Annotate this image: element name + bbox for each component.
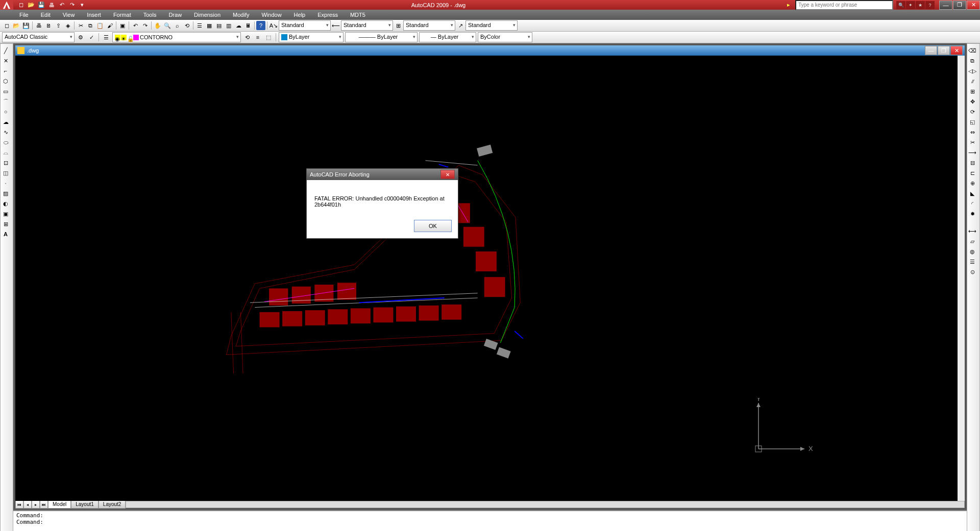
tab-last-icon[interactable]: ⏭	[40, 500, 48, 509]
layer-properties-icon[interactable]: ☰	[102, 33, 111, 42]
doc-restore-button[interactable]: ❐	[938, 46, 950, 55]
line-icon[interactable]: ╱	[1, 46, 10, 55]
extend-icon[interactable]: ⟶	[968, 148, 977, 157]
3ddwf-icon[interactable]: ◈	[63, 21, 72, 30]
layer-iso-icon[interactable]: ⬚	[264, 33, 273, 42]
move-icon[interactable]: ✥	[968, 97, 977, 106]
text-style-dropdown[interactable]: Standard	[279, 20, 331, 31]
zoom-realtime-icon[interactable]: 🔍	[163, 21, 172, 30]
table-style-dropdown[interactable]: Standard	[403, 20, 455, 31]
undo-icon[interactable]: ↶	[131, 21, 140, 30]
insert-block-icon[interactable]: ⊡	[1, 158, 10, 167]
command-line[interactable]: Command: Command:	[13, 510, 967, 531]
polyline-icon[interactable]: ⌐	[1, 66, 10, 75]
menu-view[interactable]: View	[57, 10, 81, 20]
trim-icon[interactable]: ✂	[968, 138, 977, 147]
help-icon[interactable]: ?	[256, 21, 265, 30]
tab-layout2[interactable]: Layout2	[99, 500, 126, 509]
search-icon[interactable]: 🔍	[896, 1, 905, 9]
text-style-icon[interactable]: A↘	[269, 21, 278, 30]
menu-express[interactable]: Express	[311, 10, 344, 20]
revision-cloud-icon[interactable]: ☁	[1, 117, 10, 127]
region-mass-icon[interactable]: ◍	[968, 247, 977, 256]
menu-tools[interactable]: Tools	[137, 10, 163, 20]
construction-line-icon[interactable]: ✕	[1, 56, 10, 65]
menu-edit[interactable]: Edit	[35, 10, 57, 20]
vertical-scrollbar[interactable]	[958, 56, 965, 501]
open-icon[interactable]: 📂	[27, 1, 36, 9]
qat-dropdown-icon[interactable]: ▾	[78, 1, 87, 9]
markup-icon[interactable]: ☁	[234, 21, 243, 30]
ellipse-arc-icon[interactable]: ⌓	[1, 148, 10, 157]
array-icon[interactable]: ⊞	[968, 87, 977, 96]
workspace-dropdown[interactable]: AutoCAD Classic	[2, 32, 75, 42]
gradient-icon[interactable]: ◐	[1, 199, 10, 208]
block-editor-icon[interactable]: ▣	[118, 21, 127, 30]
menu-file[interactable]: File	[13, 10, 35, 20]
paste-icon[interactable]: 📋	[95, 21, 105, 30]
tab-layout1[interactable]: Layout1	[71, 500, 99, 509]
dialog-ok-button[interactable]: OK	[414, 220, 452, 232]
chamfer-icon[interactable]: ◣	[968, 189, 977, 198]
circle-icon[interactable]: ○	[1, 107, 10, 116]
design-center-icon[interactable]: ▦	[205, 21, 214, 30]
menu-mdt5[interactable]: MDT5	[344, 10, 372, 20]
polygon-icon[interactable]: ⬡	[1, 77, 10, 86]
save-icon[interactable]: 💾	[37, 1, 46, 9]
tab-first-icon[interactable]: ⏮	[15, 500, 23, 509]
make-block-icon[interactable]: ◫	[1, 168, 10, 178]
layer-previous-icon[interactable]: ⟲	[242, 33, 252, 42]
menu-help[interactable]: Help	[288, 10, 312, 20]
new-icon[interactable]: ◻	[16, 1, 26, 9]
stretch-icon[interactable]: ⇔	[968, 128, 977, 137]
new-icon[interactable]: ◻	[2, 21, 11, 30]
erase-icon[interactable]: ⌫	[968, 46, 977, 55]
menu-window[interactable]: Window	[255, 10, 287, 20]
tab-model[interactable]: Model	[48, 500, 71, 509]
save-icon[interactable]: 💾	[21, 21, 31, 30]
app-logo[interactable]	[0, 0, 13, 10]
break-at-point-icon[interactable]: ⊟	[968, 158, 977, 167]
locate-point-icon[interactable]: ⊙	[968, 267, 977, 276]
layer-dropdown[interactable]: ◉ ☀ 🔓 CONTORNO	[112, 32, 241, 42]
doc-close-button[interactable]: ✕	[950, 46, 963, 55]
properties-icon[interactable]: ☰	[195, 21, 204, 30]
restore-button[interactable]: ❐	[953, 1, 966, 10]
list-icon[interactable]: ☰	[968, 257, 977, 266]
undo-icon[interactable]: ↶	[57, 1, 66, 9]
table-icon[interactable]: ⊞	[1, 219, 10, 229]
menu-insert[interactable]: Insert	[81, 10, 107, 20]
redo-icon[interactable]: ↷	[140, 21, 150, 30]
distance-icon[interactable]: ⟷	[968, 226, 977, 236]
join-icon[interactable]: ⊕	[968, 179, 977, 188]
lineweight-dropdown[interactable]: — ByLayer	[419, 32, 476, 42]
menu-format[interactable]: Format	[107, 10, 137, 20]
zoom-window-icon[interactable]: ⌕	[173, 21, 182, 30]
area-icon[interactable]: ▱	[968, 237, 977, 246]
mtext-icon[interactable]: A	[1, 230, 10, 239]
rectangle-icon[interactable]: ▭	[1, 87, 10, 96]
dialog-title-bar[interactable]: AutoCAD Error Aborting ✕	[307, 169, 458, 180]
doc-minimize-button[interactable]: —	[925, 46, 937, 55]
tab-prev-icon[interactable]: ◂	[23, 500, 32, 509]
offset-icon[interactable]: ⫽	[968, 77, 977, 86]
favorites-icon[interactable]: ★	[916, 1, 925, 9]
menu-dimension[interactable]: Dimension	[188, 10, 227, 20]
menu-modify[interactable]: Modify	[227, 10, 255, 20]
region-icon[interactable]: ▣	[1, 209, 10, 218]
tab-next-icon[interactable]: ▸	[32, 500, 40, 509]
fillet-icon[interactable]: ◜	[968, 199, 977, 208]
point-icon[interactable]: ·	[1, 179, 10, 188]
dim-style-icon[interactable]: ⟵	[331, 21, 340, 30]
dialog-close-button[interactable]: ✕	[440, 170, 455, 179]
table-style-icon[interactable]: ⊞	[394, 21, 403, 30]
mirror-icon[interactable]: ◁▷	[968, 66, 977, 75]
close-button[interactable]: ✕	[967, 1, 980, 10]
help-icon[interactable]: ?	[925, 1, 935, 9]
break-icon[interactable]: ⊏	[968, 168, 977, 178]
print-icon[interactable]: 🖶	[47, 1, 56, 9]
dim-style-dropdown[interactable]: Standard	[341, 20, 393, 31]
rotate-icon[interactable]: ⟳	[968, 107, 977, 116]
minimize-button[interactable]: —	[939, 1, 952, 10]
hatch-icon[interactable]: ▨	[1, 189, 10, 198]
